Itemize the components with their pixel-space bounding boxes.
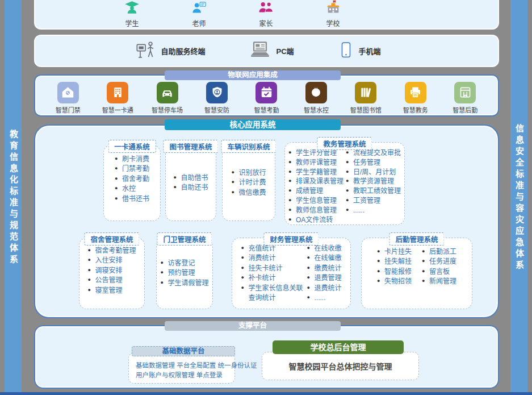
bullet-icon: ● [422, 257, 425, 265]
list-item: ●智能报修 [377, 267, 412, 277]
iot-item: 智慧停车场 [145, 82, 190, 114]
user-item: 老师 [175, 0, 223, 28]
bullet-icon: ● [346, 197, 349, 204]
diagram-main: 学生老师家长学校 自助服务终端PC端手机端 物联网应用集成 智慧门禁智慧一卡通智… [34, 0, 501, 395]
system-item-list: ●识别放行●计时计费●微信缴费 [231, 168, 266, 198]
system-box-title: 教务管理系统 [317, 137, 372, 150]
bullet-icon: ● [241, 264, 244, 272]
iot-item-label: 智慧后勤 [453, 105, 477, 114]
list-item: ●门禁考勤 [115, 164, 149, 174]
pc-icon [249, 40, 271, 61]
system-box-title: 宿舍管理系统 [84, 232, 139, 246]
terminal-item: 自助服务终端 [135, 40, 205, 63]
bullet-icon: ● [115, 185, 118, 192]
bullet-icon: ● [377, 268, 380, 275]
list-item: ●调寝安排 [87, 266, 136, 276]
system-box-columns: ●访客登记●预约管理●学生请假管理 [157, 238, 212, 309]
list-item: ●入住安排 [87, 256, 136, 265]
system-box-title: 一卡通系统 [108, 140, 156, 153]
terminal-item: PC端 [249, 40, 294, 61]
list-item: ●任务管理 [346, 158, 401, 168]
bullet-icon: ● [307, 254, 309, 261]
library-icon [355, 82, 376, 103]
bullet-icon: ● [288, 159, 291, 166]
bullet-icon: ● [346, 187, 349, 194]
bullet-icon: ● [115, 165, 118, 172]
bullet-icon: ● [115, 155, 118, 163]
attendance-icon [255, 82, 277, 103]
iot-item: 智慧门禁 [45, 82, 91, 114]
iot-item-label: 智慧教务 [403, 105, 428, 114]
list-item: ●补卡统计 [241, 273, 304, 283]
iot-item-label: 智慧门禁 [56, 105, 81, 114]
list-item: ●教学资源管理 [346, 177, 401, 186]
left-sidebar-standards: 教育信息化标准与规范体系 [5, 0, 22, 395]
iot-item-label: 智慧图书馆 [350, 105, 382, 114]
bullet-icon: ● [288, 168, 291, 176]
phone-icon [338, 41, 354, 61]
system-box-columns: ●卡片挂失●挂失解挂●智能报修●失物招领●后勤派工●任务进度●留言板●新闻管理 [362, 238, 472, 309]
list-item: ●缴费统计 [307, 264, 341, 273]
system-box-academic: 教务管理系统●学生评分管理●教师评课管理●学生学籍管理●排课及课表管理●成绩管理… [284, 142, 405, 225]
list-item: ●教师评课管理 [288, 158, 344, 168]
iot-item: 智慧水控 [294, 82, 339, 114]
bullet-icon: ● [288, 149, 291, 156]
bottom-divider [0, 392, 532, 395]
system-box-columns: ●宿舍考勤管理●入住安排●调寝安排●公告管理●寝室管理 [79, 238, 144, 309]
system-box-columns: ●自助借书●自助还书 [166, 145, 216, 221]
list-item: ●访客登记 [160, 259, 208, 268]
right-sidebar-label: 信息安全标准与容灾应急体系 [510, 124, 527, 272]
bullet-icon: ● [307, 284, 309, 292]
bullet-icon: ● [307, 264, 309, 272]
iot-item: 智慧教务 [393, 82, 438, 114]
list-item: ●识别放行 [231, 168, 266, 178]
bullet-icon: ● [377, 257, 380, 265]
kiosk-icon [135, 40, 156, 63]
bullet-icon: ● [231, 169, 234, 176]
iot-layer-panel: 智慧门禁智慧一卡通智慧停车场智慧安防智慧考勤智慧水控智慧图书馆智慧教务智慧后勤 [34, 74, 499, 117]
bullet-icon: ● [241, 284, 244, 292]
list-item: ●OA文件流转 [288, 215, 344, 225]
bullet-icon: ● [377, 248, 380, 255]
teacher-icon [191, 0, 207, 18]
bullet-icon: ● [87, 247, 90, 254]
bullet-icon: ● [288, 206, 291, 214]
list-item: ●刷卡消费 [115, 155, 149, 164]
iot-item: 智慧后勤 [442, 82, 488, 114]
right-sidebar-security: 信息安全标准与容灾应急体系 [510, 0, 527, 395]
bullet-icon: ● [422, 277, 425, 285]
list-item: ●...... [307, 293, 341, 303]
bullet-icon: ● [87, 286, 90, 294]
user-layer-panel: 学生老师家长学校 [34, 0, 499, 30]
list-item: ●新闻管理 [422, 277, 456, 286]
iot-item-label: 智慧考勤 [254, 105, 279, 114]
list-item: ●失物招领 [377, 277, 412, 286]
terminal-item: 手机端 [338, 41, 381, 61]
list-item: ●学生信息管理 [288, 196, 344, 206]
system-box-vehicle: 车辆识别系统●识别放行●计时计费●微信缴费 [222, 145, 275, 221]
user-item: 家长 [242, 0, 290, 28]
onecard-icon [107, 82, 128, 103]
system-item-list: ●流程提交及审批●任务管理●日/周、月计划●教学资源管理●教职工绩效管理●工资管… [346, 148, 401, 215]
bullet-icon: ● [288, 187, 291, 194]
list-item: ●自助借书 [173, 173, 208, 183]
iot-item-label: 智慧一卡通 [102, 105, 133, 114]
left-sidebar-label: 教育信息化标准与规范体系 [5, 130, 22, 266]
list-item: ●教职工绩效管理 [346, 186, 401, 196]
bullet-icon: ● [422, 248, 425, 255]
user-item: 学校 [309, 0, 357, 28]
iot-item: 智慧考勤 [244, 82, 289, 114]
list-item: ●学生家长信息关联查询统计 [241, 284, 304, 303]
bullet-icon: ● [307, 274, 309, 281]
system-item-list: ●自助借书●自助还书 [173, 173, 208, 193]
bullet-icon: ● [115, 195, 118, 202]
bullet-icon: ● [346, 177, 349, 185]
iot-item-label: 智慧安防 [204, 105, 229, 114]
list-item: ●教师信息管理 [288, 206, 344, 215]
system-box-columns: ●刷卡消费●门禁考勤●宿舍考勤●水控●借书还书 [104, 145, 160, 221]
bullet-icon: ● [87, 276, 90, 284]
bullet-icon: ● [288, 177, 291, 185]
bullet-icon: ● [173, 184, 176, 191]
list-item: ●消费统计 [241, 253, 304, 263]
system-item-list: ●学生评分管理●教师评课管理●学生学籍管理●排课及课表管理●成绩管理●学生信息管… [288, 148, 344, 224]
